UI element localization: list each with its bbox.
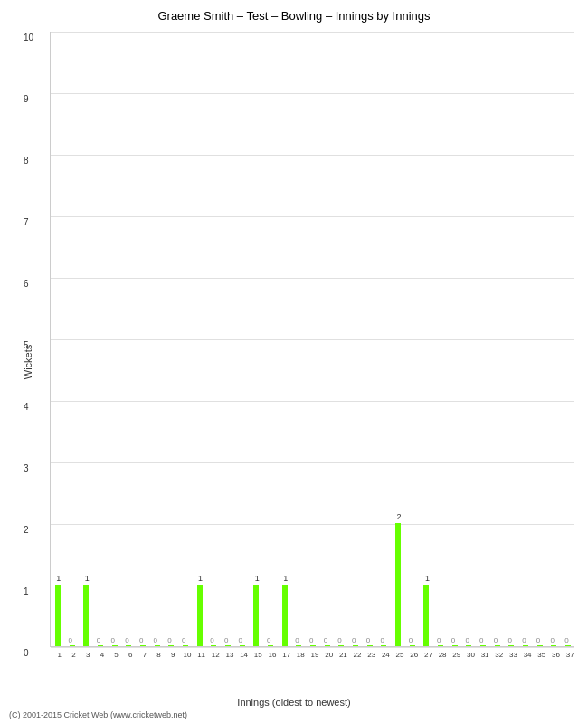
bar-innings-18 [296, 645, 301, 646]
bar-innings-19 [310, 645, 316, 646]
x-tick-label-33: 33 [507, 651, 518, 659]
zero-label-6: 0 [125, 636, 128, 644]
bar-innings-11 [197, 585, 203, 646]
zero-label-35: 0 [536, 636, 540, 644]
bar-value-label-1: 1 [53, 574, 64, 583]
y-tick-label-7: 7 [24, 217, 29, 227]
x-tick-label-20: 20 [324, 651, 335, 659]
bar-innings-33 [508, 645, 514, 646]
x-tick-label-35: 35 [536, 651, 547, 659]
x-tick-label-10: 10 [182, 651, 193, 659]
bar-value-label-11: 1 [195, 574, 206, 583]
zero-label-24: 0 [380, 636, 384, 644]
zero-label-13: 0 [224, 636, 228, 644]
y-tick-label-2: 2 [24, 525, 29, 535]
bar-innings-1 [55, 585, 61, 646]
x-tick-label-16: 16 [267, 651, 278, 659]
x-tick-label-13: 13 [224, 651, 235, 659]
zero-label-33: 0 [507, 636, 511, 644]
bar-innings-5 [112, 645, 118, 646]
bar-innings-7 [140, 645, 146, 646]
bar-innings-6 [126, 645, 131, 646]
grid-line-10 [51, 32, 574, 33]
bar-innings-21 [338, 645, 344, 646]
zero-label-26: 0 [409, 636, 413, 644]
grid-line-8 [51, 155, 574, 156]
x-tick-label-37: 37 [564, 651, 575, 659]
x-tick-label-6: 6 [125, 651, 136, 659]
x-tick-label-30: 30 [465, 651, 476, 659]
zero-label-10: 0 [182, 636, 185, 644]
bar-innings-20 [325, 645, 330, 646]
x-tick-label-3: 3 [82, 651, 93, 659]
x-tick-label-24: 24 [380, 651, 391, 659]
grid-line-7 [51, 216, 574, 217]
bar-innings-17 [282, 585, 288, 646]
bar-innings-12 [211, 645, 216, 646]
bar-innings-10 [183, 645, 188, 646]
bar-value-label-15: 1 [251, 574, 262, 583]
bar-innings-9 [168, 645, 174, 646]
zero-label-34: 0 [522, 636, 526, 644]
bar-innings-2 [70, 645, 75, 646]
zero-label-37: 0 [564, 636, 568, 644]
chart-container: Graeme Smith – Test – Bowling – Innings … [0, 0, 588, 724]
y-tick-label-3: 3 [24, 463, 29, 473]
y-tick-label-9: 9 [24, 94, 29, 104]
bar-innings-32 [495, 645, 500, 646]
bar-innings-23 [367, 645, 373, 646]
grid-line-0 [51, 647, 574, 648]
zero-label-29: 0 [451, 636, 455, 644]
zero-label-32: 0 [494, 636, 498, 644]
zero-label-20: 0 [324, 636, 327, 644]
grid-line-9 [51, 93, 574, 94]
bar-innings-25 [395, 523, 401, 646]
bar-innings-37 [565, 645, 571, 646]
zero-label-2: 0 [69, 636, 72, 644]
x-tick-label-31: 31 [479, 651, 490, 659]
copyright: (C) 2001-2015 Cricket Web (www.cricketwe… [9, 710, 187, 719]
bar-innings-29 [452, 645, 458, 646]
y-tick-label-6: 6 [24, 279, 29, 289]
bar-innings-31 [480, 645, 486, 646]
x-tick-label-18: 18 [295, 651, 306, 659]
y-tick-label-5: 5 [24, 340, 29, 350]
bar-innings-3 [83, 585, 89, 646]
zero-label-14: 0 [239, 636, 242, 644]
x-tick-label-19: 19 [309, 651, 320, 659]
x-tick-label-26: 26 [409, 651, 420, 659]
x-tick-label-25: 25 [394, 651, 405, 659]
y-tick-label-8: 8 [24, 156, 29, 166]
x-tick-label-36: 36 [550, 651, 561, 659]
zero-label-36: 0 [550, 636, 554, 644]
zero-label-7: 0 [139, 636, 143, 644]
zero-label-19: 0 [309, 636, 313, 644]
x-tick-label-23: 23 [366, 651, 377, 659]
zero-label-18: 0 [295, 636, 299, 644]
zero-label-21: 0 [337, 636, 341, 644]
x-tick-label-7: 7 [139, 651, 150, 659]
x-tick-label-22: 22 [352, 651, 363, 659]
y-axis-title: Wickets [23, 345, 33, 380]
bar-value-label-27: 1 [422, 574, 432, 583]
grid-line-3 [51, 462, 574, 463]
x-tick-label-1: 1 [54, 651, 65, 659]
x-tick-label-15: 15 [252, 651, 263, 659]
bar-value-label-17: 1 [280, 574, 291, 583]
bar-innings-24 [381, 645, 386, 646]
bar-innings-8 [155, 645, 160, 646]
x-tick-label-11: 11 [196, 651, 207, 659]
zero-label-12: 0 [210, 636, 213, 644]
bar-innings-14 [240, 645, 245, 646]
bar-innings-27 [423, 585, 429, 646]
x-tick-label-5: 5 [111, 651, 122, 659]
zero-label-28: 0 [437, 636, 441, 644]
bar-innings-36 [551, 645, 556, 646]
bar-innings-4 [98, 645, 103, 646]
bar-innings-15 [253, 585, 259, 646]
x-tick-label-8: 8 [154, 651, 165, 659]
x-tick-label-2: 2 [69, 651, 80, 659]
x-tick-label-34: 34 [522, 651, 533, 659]
y-tick-label-1: 1 [24, 586, 29, 596]
grid-line-2 [51, 524, 574, 525]
